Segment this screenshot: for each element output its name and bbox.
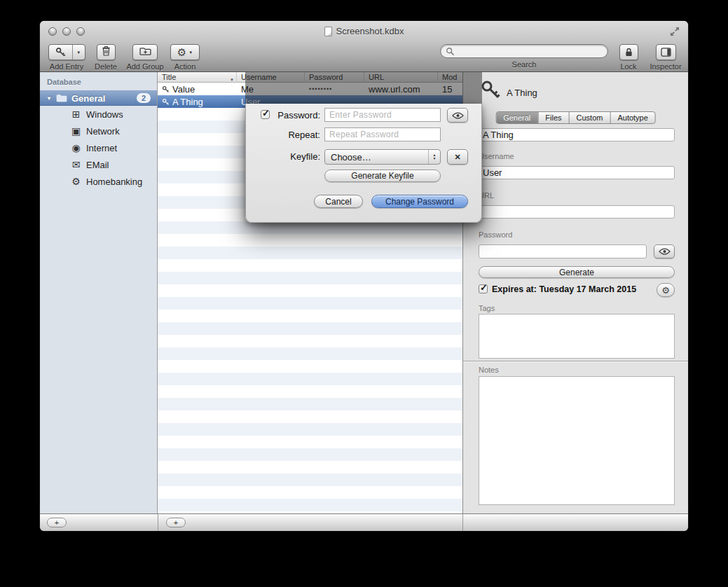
gear-icon: ⚙ — [661, 286, 670, 295]
entry-key-icon — [162, 98, 170, 106]
window-title-area: Screenshot.kdbx — [324, 26, 404, 36]
sidebar-item-email[interactable]: ✉ EMail — [40, 156, 157, 173]
chevron-down-icon[interactable]: ▼ — [72, 45, 85, 60]
disclosure-triangle-icon[interactable]: ▼ — [46, 95, 53, 102]
sidebar-item-windows[interactable]: ⊞ Windows — [40, 106, 157, 123]
lock-toolbar-item: Lock — [612, 44, 645, 71]
close-button[interactable] — [48, 27, 57, 36]
dialog-repeat-label: Repeat: — [246, 130, 320, 140]
windows-group-icon: ⊞ — [70, 109, 82, 120]
eye-icon — [452, 112, 464, 119]
trash-icon — [102, 46, 111, 59]
bottom-bar: + + — [40, 513, 688, 531]
bottom-bar-separator — [462, 514, 463, 531]
tab-autotype[interactable]: Autotype — [610, 112, 654, 123]
toolbar: ▼ Add Entry Delete — [40, 42, 688, 72]
search-field[interactable] — [440, 44, 608, 58]
titlebar[interactable]: Screenshot.kdbx — [40, 21, 688, 42]
username-label: Username — [479, 152, 514, 160]
add-group-footer-button[interactable]: + — [47, 518, 67, 527]
notes-box[interactable] — [479, 376, 675, 505]
traffic-lights — [48, 27, 85, 36]
reveal-password-button[interactable] — [654, 244, 675, 258]
action-toolbar-item: ⚙ ▼ Action — [167, 44, 202, 71]
clear-keyfile-button[interactable]: ✕ — [447, 149, 468, 165]
delete-button[interactable] — [97, 44, 116, 60]
entry-title: Value — [172, 84, 195, 95]
email-group-icon: ✉ — [70, 159, 82, 170]
sidebar-item-label: Windows — [86, 109, 123, 120]
username-field[interactable] — [479, 166, 675, 179]
sidebar-item-label: Network — [86, 126, 120, 137]
title-field[interactable] — [479, 128, 675, 141]
cancel-button[interactable]: Cancel — [314, 195, 363, 208]
entry-title: A Thing — [172, 97, 203, 107]
password-label: Password — [479, 230, 512, 239]
add-entry-button[interactable]: ▼ — [48, 44, 85, 60]
dialog-reveal-password-button[interactable] — [447, 108, 468, 123]
tab-general[interactable]: General — [496, 112, 538, 123]
generate-password-button[interactable]: Generate — [479, 266, 675, 278]
dialog-password-label: Password: — [246, 110, 320, 120]
generate-keyfile-button[interactable]: Generate Keyfile — [324, 170, 441, 182]
search-label: Search — [512, 60, 537, 69]
tab-custom[interactable]: Custom — [570, 112, 611, 123]
sidebar-item-label: Homebanking — [86, 177, 142, 187]
zoom-button[interactable] — [76, 27, 85, 36]
password-field[interactable] — [479, 244, 647, 258]
sidebar-item-internet[interactable]: ◉ Internet — [40, 139, 157, 156]
search-icon — [446, 47, 454, 55]
inspector-panel: A Thing General Files Custom Autotype Us… — [462, 72, 688, 513]
sidebar: Database ▼ General 2 ⊞ Windows ▣ — [40, 72, 158, 513]
sort-indicator-icon: ▼ — [230, 75, 234, 83]
search-toolbar-item: Search — [434, 44, 614, 69]
change-password-button[interactable]: Change Password — [371, 195, 468, 208]
add-group-label: Add Group — [126, 62, 163, 71]
entry-key-icon-large — [480, 79, 501, 103]
eye-icon — [659, 248, 671, 255]
add-group-button[interactable] — [132, 44, 158, 60]
inspector-toggle-button[interactable] — [656, 44, 676, 60]
column-header-title[interactable]: Title ▼ — [158, 72, 237, 83]
inspector-toolbar-item: Inspector — [645, 44, 686, 71]
lock-button[interactable] — [619, 44, 638, 60]
dialog-password-input[interactable] — [324, 108, 441, 122]
entry-key-icon — [162, 85, 170, 93]
inspector-entry-title: A Thing — [507, 88, 537, 98]
folder-icon — [56, 94, 67, 102]
minimize-button[interactable] — [62, 27, 71, 36]
key-icon — [49, 45, 72, 60]
add-entry-footer-button[interactable]: + — [166, 518, 186, 527]
delete-toolbar-item: Delete — [92, 44, 120, 71]
action-button[interactable]: ⚙ ▼ — [170, 44, 200, 60]
folder-plus-icon — [139, 46, 151, 59]
network-group-icon: ▣ — [70, 125, 82, 137]
homebanking-group-icon: ⚙ — [70, 176, 82, 187]
sidebar-item-label: Internet — [86, 143, 117, 153]
tags-box[interactable] — [479, 314, 675, 359]
internet-group-icon: ◉ — [70, 142, 82, 153]
inspector-divider — [463, 361, 688, 361]
tab-files[interactable]: Files — [538, 112, 569, 123]
checkmark-icon: ✓ — [480, 282, 488, 293]
lock-label: Lock — [620, 62, 636, 71]
delete-label: Delete — [95, 62, 117, 71]
padlock-icon — [624, 47, 633, 57]
sidebar-group-general[interactable]: ▼ General 2 — [40, 90, 157, 106]
url-field[interactable] — [479, 205, 675, 219]
sidebar-section-header: Database — [47, 78, 81, 86]
expires-checkbox[interactable]: ✓ — [479, 284, 488, 294]
sidebar-item-homebanking[interactable]: ⚙ Homebanking — [40, 173, 157, 190]
add-group-toolbar-item: Add Group — [123, 44, 167, 71]
expires-options-button[interactable]: ⚙ — [657, 283, 675, 297]
keyfile-popup-button[interactable]: Choose… ▲ ▼ — [324, 149, 441, 165]
dialog-repeat-input[interactable] — [324, 127, 441, 141]
fullscreen-icon[interactable] — [670, 27, 681, 38]
sidebar-item-network[interactable]: ▣ Network — [40, 123, 157, 139]
chevron-down-icon: ▼ — [188, 50, 193, 55]
inspector-tabs: General Files Custom Autotype — [495, 111, 656, 124]
search-input[interactable] — [457, 46, 603, 56]
tags-label: Tags — [479, 304, 495, 312]
add-entry-label: Add Entry — [50, 62, 83, 71]
sheet-dim-overlay — [245, 72, 482, 104]
